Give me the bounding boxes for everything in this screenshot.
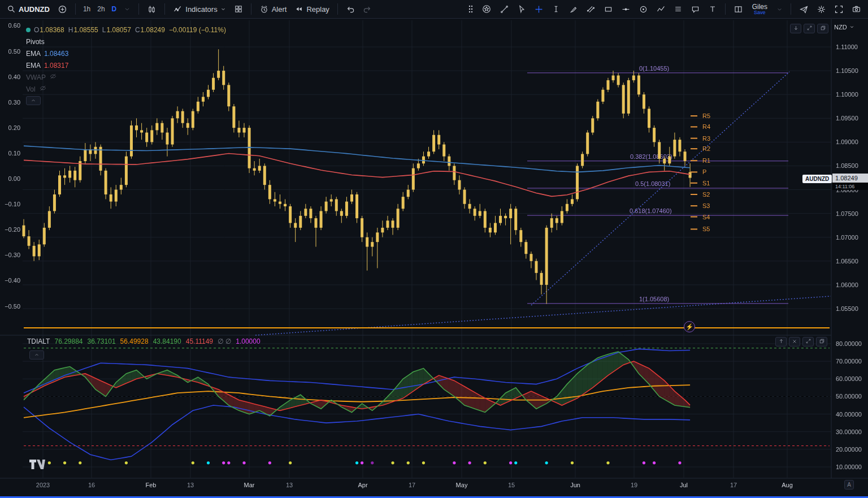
chevron-down-icon bbox=[220, 6, 226, 12]
auto-scale-button[interactable]: A bbox=[844, 480, 854, 490]
chart-style-button[interactable] bbox=[144, 2, 160, 16]
note-tool-button[interactable] bbox=[548, 2, 564, 16]
list-lines-icon bbox=[674, 5, 683, 14]
replay-icon bbox=[294, 5, 303, 14]
layout-icon bbox=[734, 5, 743, 14]
pane-restore-button[interactable] bbox=[816, 337, 827, 347]
fullscreen-button[interactable] bbox=[831, 2, 847, 16]
indicators-label: Indicators bbox=[185, 6, 217, 13]
timeframe-1h-button[interactable]: 1h bbox=[80, 3, 93, 15]
search-icon bbox=[7, 5, 16, 14]
undo-button[interactable] bbox=[342, 2, 358, 16]
alert-label: Alert bbox=[272, 6, 287, 13]
toolbar-right-group: Giles Save bbox=[465, 2, 865, 16]
drag-dots-icon bbox=[468, 5, 474, 14]
trendline-icon bbox=[500, 5, 509, 14]
alert-button[interactable]: Alert bbox=[256, 2, 290, 16]
zigzag-tool-button[interactable] bbox=[653, 2, 669, 16]
publish-button[interactable] bbox=[796, 2, 812, 16]
tdi-value: 36.73101 bbox=[88, 337, 116, 345]
pane-maximize-button[interactable] bbox=[804, 24, 815, 33]
pane-restore-button[interactable] bbox=[817, 24, 828, 33]
toolbar-separator bbox=[138, 3, 139, 15]
trendline-tool-button[interactable] bbox=[496, 2, 513, 16]
indicator-row-pivots[interactable]: Pivots bbox=[26, 36, 226, 47]
indicators-button[interactable]: Indicators bbox=[170, 2, 229, 16]
symbol-search-button[interactable]: AUDNZD bbox=[3, 2, 53, 16]
tdi-value: 45.11149 bbox=[186, 337, 213, 345]
lightning-button[interactable]: ⚡ bbox=[684, 321, 695, 332]
tdi-legend[interactable]: TDIALT 76.29884 36.73101 56.49928 43.841… bbox=[27, 337, 261, 345]
indicator-row-vol[interactable]: Vol bbox=[26, 83, 226, 95]
tdi-legend-collapse-button[interactable] bbox=[29, 350, 44, 360]
undo-icon bbox=[346, 5, 355, 14]
indicator-row-vwap[interactable]: VWAP bbox=[26, 71, 226, 83]
indicator-row-ema-blue[interactable]: EMA 1.08463 bbox=[26, 47, 226, 59]
save-status: Save bbox=[754, 10, 766, 15]
expand-icon bbox=[806, 25, 813, 32]
timeframe-daily-button[interactable]: D bbox=[109, 3, 120, 15]
ruler-icon bbox=[586, 5, 596, 14]
redo-button[interactable] bbox=[359, 2, 375, 16]
ema-red-value: 1.08317 bbox=[44, 62, 68, 70]
patterns-tool-button[interactable] bbox=[670, 2, 686, 16]
text-tool-button[interactable] bbox=[705, 2, 721, 16]
indicator-row-ema-red[interactable]: EMA 1.08317 bbox=[26, 59, 226, 71]
pane-maximize-button[interactable] bbox=[802, 337, 814, 347]
comment-tool-button[interactable] bbox=[687, 2, 704, 16]
timeframe-2h-button[interactable]: 2h bbox=[94, 3, 107, 15]
chevron-down-icon bbox=[776, 6, 783, 12]
brush-icon bbox=[568, 5, 578, 14]
star-circle-icon bbox=[481, 4, 492, 14]
rectangle-tool-button[interactable] bbox=[600, 2, 617, 16]
last-price-label[interactable]: 1.08249 bbox=[832, 174, 868, 183]
eye-off-icon[interactable] bbox=[49, 72, 57, 82]
circle-tool-button[interactable] bbox=[635, 2, 652, 16]
tdi-value: ∅ ∅ bbox=[218, 337, 231, 345]
expand-icon bbox=[805, 338, 811, 345]
tdi-value: 56.49928 bbox=[120, 337, 149, 345]
snapshot-button[interactable] bbox=[848, 2, 865, 16]
chevron-up-icon bbox=[31, 97, 36, 105]
pane-down-button[interactable] bbox=[790, 24, 801, 33]
main-legend: O1.08368H1.08555L1.08057C1.08249−0.00119… bbox=[26, 24, 226, 105]
cursor-tool-button[interactable] bbox=[514, 2, 530, 16]
compare-add-symbol-button[interactable] bbox=[54, 2, 71, 16]
tdi-value: 43.84190 bbox=[153, 337, 181, 345]
measure-tool-button[interactable] bbox=[583, 2, 599, 16]
tradingview-logo[interactable] bbox=[29, 460, 46, 471]
tdi-title: TDIALT bbox=[27, 337, 50, 345]
arrow-up-icon bbox=[778, 338, 784, 345]
tradingview-app: AUDNZD 1h 2h D Indicators bbox=[0, 0, 868, 498]
fullscreen-icon bbox=[834, 5, 844, 14]
plus-circle-icon bbox=[58, 5, 67, 14]
restore-icon bbox=[819, 338, 825, 345]
tdi-value: 76.29884 bbox=[54, 337, 83, 345]
layout-menu-chevron[interactable] bbox=[773, 4, 786, 15]
brush-tool-button[interactable] bbox=[565, 2, 581, 16]
grid-icon bbox=[234, 5, 243, 14]
rectangle-icon bbox=[604, 5, 613, 14]
horizontal-line-tool-button[interactable] bbox=[618, 2, 634, 16]
crosshair-tool-button[interactable] bbox=[531, 2, 547, 16]
toolbar-separator bbox=[251, 3, 251, 15]
tdi-pane-controls bbox=[775, 337, 827, 347]
favorite-drawings-button[interactable] bbox=[478, 2, 495, 16]
eye-off-icon[interactable] bbox=[39, 84, 47, 94]
toolbar-separator bbox=[791, 3, 791, 15]
toolbar-drag-handle[interactable] bbox=[465, 2, 477, 16]
settings-button[interactable] bbox=[813, 2, 830, 16]
cursor-icon bbox=[517, 5, 526, 14]
legend-collapse-button[interactable] bbox=[26, 96, 41, 105]
indicators-icon bbox=[173, 5, 183, 14]
price-change: −0.00119 (−0.11%) bbox=[169, 26, 226, 34]
save-layout-button[interactable]: Giles Save bbox=[748, 3, 772, 16]
currency-dropdown[interactable]: NZD bbox=[834, 24, 854, 31]
symbol-ohlc-row[interactable]: O1.08368H1.08555L1.08057C1.08249−0.00119… bbox=[26, 24, 226, 36]
pane-up-button[interactable] bbox=[775, 337, 787, 347]
indicator-templates-button[interactable] bbox=[231, 2, 246, 16]
layout-grid-button[interactable] bbox=[730, 2, 747, 16]
pane-close-button[interactable] bbox=[789, 337, 800, 347]
timeframe-menu-chevron[interactable] bbox=[120, 3, 134, 15]
replay-button[interactable]: Replay bbox=[291, 2, 332, 16]
